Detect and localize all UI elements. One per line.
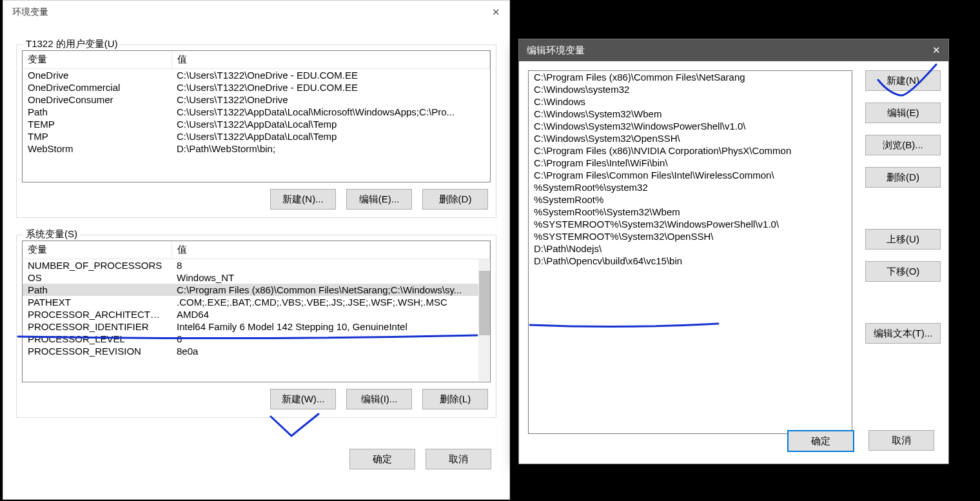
var-name: PROCESSOR_REVISION [23,345,172,357]
var-name: WebStorm [23,142,172,155]
system-edit-button[interactable]: 编辑(I)... [346,389,412,409]
col-header-value[interactable]: 值 [172,241,490,259]
table-row[interactable]: PathC:\Users\T1322\AppData\Local\Microso… [23,106,490,118]
var-value: 6 [172,333,490,345]
system-vars-legend: 系统变量(S) [23,228,80,241]
list-item[interactable]: C:\Windows [529,95,852,108]
var-value: 8e0a [172,345,490,357]
var-value: Intel64 Family 6 Model 142 Stepping 10, … [172,320,490,333]
env-dialog-title: 环境变量 [12,6,48,18]
user-new-button[interactable]: 新建(N)... [270,189,336,210]
table-row[interactable]: PROCESSOR_ARCHITECTUREAMD64 [23,308,490,320]
table-row[interactable]: TMPC:\Users\T1322\AppData\Local\Temp [23,130,490,142]
path-entries-list[interactable]: C:\Program Files (x86)\Common Files\NetS… [528,70,852,434]
system-delete-button[interactable]: 删除(L) [422,389,488,409]
var-name: OS [23,271,172,284]
var-name: PROCESSOR_LEVEL [23,333,172,345]
table-row[interactable]: OneDriveConsumerC:\Users\T1322\OneDrive [23,93,490,106]
table-row[interactable]: PROCESSOR_REVISION8e0a [23,345,490,357]
edit-ok-button[interactable]: 确定 [787,430,854,452]
var-name: PROCESSOR_ARCHITECTURE [23,308,172,320]
close-icon[interactable]: ✕ [492,6,500,18]
var-value: C:\Users\T1322\AppData\Local\Microsoft\W… [172,106,490,118]
var-name: TMP [23,130,172,142]
var-name: PATHEXT [23,296,172,308]
list-item[interactable]: D:\Path\Nodejs\ [529,242,852,255]
edit-dialog-title: 编辑环境变量 [527,44,585,57]
table-row[interactable]: PATHEXT.COM;.EXE;.BAT;.CMD;.VBS;.VBE;.JS… [23,296,490,308]
edit-movedown-button[interactable]: 下移(O) [865,261,941,282]
system-new-button[interactable]: 新建(W)... [270,389,336,409]
var-value: C:\Users\T1322\OneDrive - EDU.COM.EE [172,69,490,81]
var-value: C:\Users\T1322\AppData\Local\Temp [172,130,490,142]
table-row[interactable]: TEMPC:\Users\T1322\AppData\Local\Temp [23,118,490,130]
var-name: Path [23,284,172,296]
var-name: OneDrive [23,69,172,81]
edit-browse-button[interactable]: 浏览(B)... [865,135,941,155]
var-value: C:\Users\T1322\AppData\Local\Temp [172,118,490,130]
user-edit-button[interactable]: 编辑(E)... [346,189,412,210]
col-header-variable[interactable]: 变量 [23,241,172,259]
table-row[interactable]: OneDriveC:\Users\T1322\OneDrive - EDU.CO… [23,69,490,81]
edit-titlebar[interactable]: 编辑环境变量 ✕ [519,39,948,61]
table-row[interactable]: WebStormD:\Path\WebStorm\bin; [23,142,490,155]
edit-moveup-button[interactable]: 上移(U) [865,229,941,250]
list-item[interactable]: %SystemRoot% [529,193,852,206]
col-header-variable[interactable]: 变量 [23,51,172,68]
table-row[interactable]: OneDriveCommercialC:\Users\T1322\OneDriv… [23,81,490,93]
list-item[interactable]: D:\Path\Opencv\build\x64\vc15\bin [529,255,852,267]
var-name: Path [23,106,172,118]
edit-environment-variable-dialog: 编辑环境变量 ✕ C:\Program Files (x86)\Common F… [518,39,949,464]
list-item[interactable]: C:\Windows\System32\Wbem [529,108,852,120]
env-titlebar[interactable]: 环境变量 ✕ [3,1,509,24]
list-item[interactable]: C:\Program Files\Intel\WiFi\bin\ [529,157,852,169]
var-value: D:\Path\WebStorm\bin; [172,142,490,155]
system-vars-table[interactable]: 变量 值 NUMBER_OF_PROCESSORS8OSWindows_NTPa… [22,241,491,382]
table-row[interactable]: NUMBER_OF_PROCESSORS8 [23,259,490,271]
list-item[interactable]: C:\Program Files (x86)\Common Files\NetS… [529,71,852,83]
scrollbar-thumb[interactable] [479,271,490,335]
list-item[interactable]: %SystemRoot%\System32\Wbem [529,206,852,218]
user-vars-legend: T1322 的用户变量(U) [23,38,121,50]
list-item[interactable]: C:\Program Files (x86)\NVIDIA Corporatio… [529,144,852,157]
table-row[interactable]: PathC:\Program Files (x86)\Common Files\… [23,284,490,296]
list-item[interactable]: %SystemRoot%\system32 [529,181,852,193]
var-name: TEMP [23,118,172,130]
var-value: AMD64 [172,308,490,320]
edit-delete-button[interactable]: 删除(D) [865,167,941,188]
edit-text-button[interactable]: 编辑文本(T)... [865,323,941,344]
list-item[interactable]: C:\Windows\System32\OpenSSH\ [529,132,852,144]
list-item[interactable]: C:\Windows\System32\WindowsPowerShell\v1… [529,120,852,132]
edit-new-button[interactable]: 新建(N) [865,70,941,91]
var-name: OneDriveCommercial [23,81,172,93]
var-value: C:\Users\T1322\OneDrive [172,93,490,106]
var-name: NUMBER_OF_PROCESSORS [23,259,172,271]
var-name: OneDriveConsumer [23,93,172,106]
table-row[interactable]: OSWindows_NT [23,271,490,284]
var-value: C:\Users\T1322\OneDrive - EDU.COM.EE [172,81,490,93]
user-variables-group: T1322 的用户变量(U) 变量 值 OneDriveC:\Users\T13… [16,44,496,218]
var-value: .COM;.EXE;.BAT;.CMD;.VBS;.VBE;.JS;.JSE;.… [172,296,490,308]
var-value: C:\Program Files (x86)\Common Files\NetS… [172,284,490,296]
edit-edit-button[interactable]: 编辑(E) [865,103,941,123]
close-icon[interactable]: ✕ [932,44,941,56]
list-item[interactable]: C:\Program Files\Common Files\Intel\Wire… [529,169,852,181]
var-value: 8 [172,259,490,271]
list-item[interactable]: C:\Windows\system32 [529,83,852,95]
col-header-value[interactable]: 值 [172,51,490,68]
list-item[interactable]: %SYSTEMROOT%\System32\OpenSSH\ [529,230,852,242]
var-name: PROCESSOR_IDENTIFIER [23,320,172,333]
env-cancel-button[interactable]: 取消 [426,449,491,469]
env-ok-button[interactable]: 确定 [349,449,415,469]
user-vars-table[interactable]: 变量 值 OneDriveC:\Users\T1322\OneDrive - E… [22,50,491,182]
system-variables-group: 系统变量(S) 变量 值 NUMBER_OF_PROCESSORS8OSWind… [16,235,496,418]
table-row[interactable]: PROCESSOR_IDENTIFIERIntel64 Family 6 Mod… [23,320,490,333]
var-value: Windows_NT [172,271,490,284]
user-delete-button[interactable]: 删除(D) [422,189,488,210]
table-row[interactable]: PROCESSOR_LEVEL6 [23,333,490,345]
environment-variables-dialog: 环境变量 ✕ T1322 的用户变量(U) 变量 值 OneDriveC:\Us… [3,0,510,500]
list-item[interactable]: %SYSTEMROOT%\System32\WindowsPowerShell\… [529,218,852,230]
edit-cancel-button[interactable]: 取消 [868,430,934,451]
